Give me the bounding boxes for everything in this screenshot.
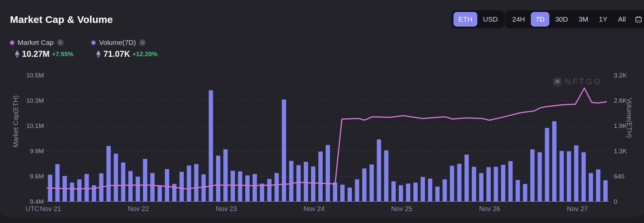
legend-volume: Volume(7D) i 71.07K +12.20%: [91, 39, 157, 59]
market-cap-volume-chart: [46, 75, 609, 202]
right-tick-label: 1.3K: [614, 148, 627, 155]
volume-dot-icon: [91, 41, 96, 45]
volume-label: Volume(7D): [99, 39, 136, 47]
nftgo-logo-text: NFTGO: [565, 77, 602, 86]
nftgo-watermark: N NFTGO: [553, 77, 602, 86]
market-cap-value-row: 10.27M +7.55%: [15, 49, 73, 59]
market-cap-volume-card: Market Cap & Volume Market Cap i 10.27M …: [0, 0, 644, 217]
volume-info-icon[interactable]: i: [139, 39, 146, 46]
time-range-group: 24H7D30D3M1YAll: [505, 10, 644, 28]
currency-toggle-group: ETHUSD: [451, 10, 505, 28]
eth-icon: [15, 50, 20, 58]
x-axis-label: Nov 27: [567, 205, 588, 213]
left-tick-label: 9.9M: [30, 148, 44, 155]
utc-label: UTC: [26, 205, 39, 213]
right-tick-label: 640: [614, 173, 624, 180]
x-axis-label: Nov 22: [128, 205, 149, 213]
left-tick-label: 9.4M: [30, 198, 44, 205]
volume-change: +12.20%: [132, 51, 158, 58]
chart-legend: Market Cap i 10.27M +7.55% Volume(7D) i: [10, 39, 158, 59]
currency-button-usd[interactable]: USD: [478, 12, 503, 27]
market-cap-label: Market Cap: [18, 39, 54, 47]
chart-plot-area: [46, 75, 609, 202]
eth-icon: [96, 50, 101, 58]
range-button-24h[interactable]: 24H: [507, 12, 530, 27]
volume-value: 71.07K: [103, 49, 130, 59]
market-cap-info-icon[interactable]: i: [57, 39, 64, 46]
left-axis-ticks: 10.5M10.3M10.1M9.9M9.6M9.4M: [13, 75, 44, 202]
range-button-30d[interactable]: 30D: [550, 12, 573, 27]
x-axis-label: Nov 24: [303, 205, 324, 213]
nftgo-logo-icon: N: [553, 77, 562, 86]
page-title: Market Cap & Volume: [10, 14, 113, 25]
range-button-1y[interactable]: 1Y: [594, 12, 612, 27]
x-axis-label: Nov 26: [479, 205, 500, 213]
market-cap-dot-icon: [10, 41, 14, 45]
legend-volume-toggle[interactable]: Volume(7D) i: [91, 39, 157, 47]
right-axis-ticks: 3.2K2.6K1.9K1.3K6400: [614, 75, 642, 202]
x-axis-label: Nov 25: [391, 205, 412, 213]
currency-button-eth[interactable]: ETH: [453, 12, 477, 27]
x-axis-labels: Nov 21Nov 22Nov 23Nov 24Nov 25Nov 26Nov …: [46, 205, 609, 214]
market-cap-change: +7.55%: [52, 51, 73, 58]
left-tick-label: 9.6M: [30, 173, 44, 180]
left-tick-label: 10.1M: [26, 122, 44, 130]
right-tick-label: 0: [614, 198, 617, 205]
volume-value-row: 71.07K +12.20%: [96, 49, 157, 59]
right-tick-label: 1.9K: [614, 122, 627, 130]
legend-market-cap-toggle[interactable]: Market Cap i: [10, 39, 73, 47]
right-tick-label: 3.2K: [614, 72, 627, 79]
market-cap-value: 10.27M: [22, 49, 49, 59]
range-button-7d[interactable]: 7D: [531, 12, 550, 27]
right-tick-label: 2.6K: [614, 97, 627, 104]
range-button-all[interactable]: All: [613, 12, 631, 27]
calendar-icon[interactable]: [631, 12, 644, 27]
legend-market-cap: Market Cap i 10.27M +7.55%: [10, 39, 73, 59]
range-button-3m[interactable]: 3M: [574, 12, 593, 27]
left-tick-label: 10.3M: [26, 97, 44, 104]
left-tick-label: 10.5M: [26, 72, 44, 79]
x-axis-label: Nov 23: [216, 205, 237, 213]
x-axis-label: Nov 21: [40, 205, 61, 213]
